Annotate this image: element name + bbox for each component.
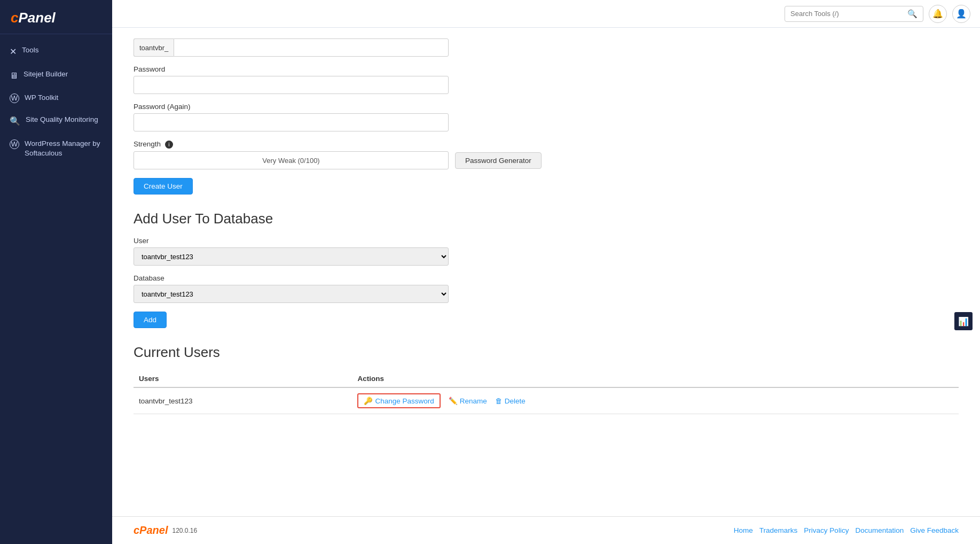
main-area: 🔍 🔔 👤 toantvbr_ Password Password (Again… <box>112 0 980 544</box>
current-users-title: Current Users <box>134 344 959 361</box>
create-user-section: Create User <box>134 178 959 195</box>
username-wrapper: toantvbr_ <box>134 38 449 57</box>
table-row: toantvbr_test123 🔑 Change Password ✏️ Re… <box>134 387 959 414</box>
floating-analytics-widget[interactable]: 📊 <box>954 312 973 330</box>
footer-links: Home Trademarks Privacy Policy Documenta… <box>734 526 959 534</box>
user-icon: 👤 <box>956 9 967 19</box>
sidebar-item-label: Site Quality Monitoring <box>26 115 103 125</box>
col-actions: Actions <box>352 370 959 387</box>
table-body: toantvbr_test123 🔑 Change Password ✏️ Re… <box>134 387 959 414</box>
sidebar-item-sitequality[interactable]: 🔍 Site Quality Monitoring <box>0 109 112 133</box>
username-prefix: toantvbr_ <box>134 38 174 57</box>
current-users-table: Users Actions toantvbr_test123 🔑 Change … <box>134 370 959 414</box>
add-button[interactable]: Add <box>134 312 167 328</box>
sidebar-item-wptoolkit[interactable]: W WP Toolkit <box>0 87 112 109</box>
delete-label: Delete <box>505 397 526 405</box>
add-to-db-title: Add User To Database <box>134 211 959 227</box>
sidebar-nav: ✕ Tools 🖥 Sitejet Builder W WP Toolkit 🔍… <box>0 34 112 544</box>
tools-icon: ✕ <box>10 46 17 58</box>
sidebar-item-label: WP Toolkit <box>25 93 103 103</box>
strength-info-icon[interactable]: i <box>165 141 173 149</box>
rename-button[interactable]: ✏️ Rename <box>449 397 487 405</box>
strength-row: Very Weak (0/100) Password Generator <box>134 151 959 169</box>
password-again-input[interactable] <box>134 113 449 131</box>
sidebar-item-tools[interactable]: ✕ Tools <box>0 40 112 64</box>
rename-label: Rename <box>460 397 487 405</box>
create-user-button[interactable]: Create User <box>134 178 193 195</box>
footer-privacy-link[interactable]: Privacy Policy <box>804 526 849 534</box>
sitejet-icon: 🖥 <box>10 70 18 82</box>
sidebar-item-label: Tools <box>22 45 103 55</box>
pencil-icon: ✏️ <box>449 397 458 405</box>
footer-feedback-link[interactable]: Give Feedback <box>910 526 959 534</box>
user-select[interactable]: toantvbr_test123 <box>134 247 449 266</box>
header: 🔍 🔔 👤 <box>112 0 980 28</box>
strength-bar: Very Weak (0/100) <box>134 151 449 169</box>
footer-cpanel-logo: cPanel <box>134 524 168 537</box>
sitequality-icon: 🔍 <box>10 115 20 127</box>
username-input[interactable] <box>174 38 449 57</box>
user-menu-button[interactable]: 👤 <box>952 5 970 23</box>
footer-trademarks-link[interactable]: Trademarks <box>759 526 798 534</box>
wpmanager-icon: W <box>10 139 19 149</box>
sidebar-item-label: Sitejet Builder <box>23 69 103 79</box>
password-generator-button[interactable]: Password Generator <box>455 152 542 169</box>
content-area: toantvbr_ Password Password (Again) Stre… <box>112 28 980 516</box>
search-icon[interactable]: 🔍 <box>907 9 918 19</box>
search-input[interactable] <box>790 10 904 18</box>
change-password-label: Change Password <box>375 397 434 405</box>
table-header: Users Actions <box>134 370 959 387</box>
footer: cPanel 120.0.16 Home Trademarks Privacy … <box>112 516 980 544</box>
sidebar-item-sitejet[interactable]: 🖥 Sitejet Builder <box>0 64 112 88</box>
footer-home-link[interactable]: Home <box>734 526 753 534</box>
password-again-group: Password (Again) <box>134 103 959 131</box>
database-select[interactable]: toantvbr_test123 <box>134 285 449 303</box>
password-again-label: Password (Again) <box>134 103 959 111</box>
password-label: Password <box>134 65 959 73</box>
sidebar-logo: cPanel <box>0 0 112 34</box>
delete-button[interactable]: 🗑 Delete <box>495 397 526 405</box>
bell-icon: 🔔 <box>932 9 943 19</box>
sidebar: cPanel ✕ Tools 🖥 Sitejet Builder W WP To… <box>0 0 112 544</box>
trash-icon: 🗑 <box>495 397 503 405</box>
chart-icon: 📊 <box>958 316 969 327</box>
sidebar-item-label: WordPress Manager by Softaculous <box>25 139 103 158</box>
footer-version: 120.0.16 <box>172 527 197 534</box>
password-group: Password <box>134 65 959 94</box>
key-icon: 🔑 <box>364 397 373 405</box>
database-select-label: Database <box>134 274 959 282</box>
search-box[interactable]: 🔍 <box>785 6 923 22</box>
change-password-button[interactable]: 🔑 Change Password <box>357 393 440 408</box>
footer-documentation-link[interactable]: Documentation <box>855 526 904 534</box>
user-select-group: User toantvbr_test123 <box>134 237 959 266</box>
sidebar-item-wpmanager[interactable]: W WordPress Manager by Softaculous <box>0 133 112 164</box>
actions-cell: 🔑 Change Password ✏️ Rename 🗑 Delete <box>352 387 959 414</box>
strength-value: Very Weak (0/100) <box>262 157 319 165</box>
username-group: toantvbr_ <box>134 38 959 57</box>
notifications-button[interactable]: 🔔 <box>929 5 947 23</box>
password-input[interactable] <box>134 76 449 94</box>
strength-label: Strength i <box>134 140 959 149</box>
user-select-label: User <box>134 237 959 245</box>
strength-group: Strength i Very Weak (0/100) Password Ge… <box>134 140 959 169</box>
col-users: Users <box>134 370 352 387</box>
user-cell: toantvbr_test123 <box>134 387 352 414</box>
wp-icon: W <box>10 94 19 103</box>
add-button-section: Add <box>134 312 959 328</box>
database-select-group: Database toantvbr_test123 <box>134 274 959 303</box>
logo-text: cPanel <box>11 10 56 26</box>
footer-logo: cPanel 120.0.16 <box>134 524 197 537</box>
